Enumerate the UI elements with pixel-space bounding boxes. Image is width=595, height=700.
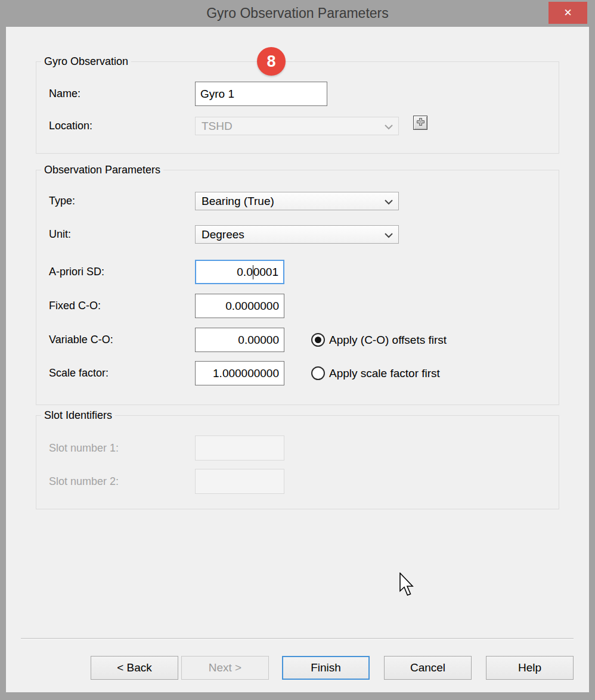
apriori-sd-input[interactable]: 0.0 0001 [195, 260, 284, 284]
dialog-body: 8 Gyro Observation Name: Location: TSHD [6, 27, 589, 692]
next-button: Next > [181, 656, 269, 680]
type-label: Type: [49, 192, 75, 210]
fixed-co-label: Fixed C-O: [49, 294, 101, 318]
location-label: Location: [49, 117, 92, 135]
variable-co-input[interactable] [195, 328, 284, 352]
slot-number-1-label: Slot number 1: [49, 435, 119, 461]
radio-apply-scale-first-label: Apply scale factor first [329, 367, 440, 380]
apriori-sd-value-before-caret: 0.0 [237, 266, 252, 279]
dialog-title: Gyro Observation Parameters [0, 0, 595, 27]
type-combobox[interactable]: Bearing (True) [195, 192, 399, 210]
name-label: Name: [49, 82, 80, 106]
step-badge: 8 [257, 47, 286, 76]
mouse-cursor [398, 573, 415, 600]
slot-number-1-input [195, 435, 284, 461]
back-button[interactable]: < Back [91, 656, 178, 680]
unit-combobox[interactable]: Degrees [195, 225, 399, 244]
chevron-down-icon [385, 195, 393, 208]
name-input[interactable] [195, 82, 327, 106]
radio-apply-co-first-label: Apply (C-O) offsets first [329, 334, 447, 347]
plus-grid-icon [417, 117, 424, 128]
add-location-button[interactable] [413, 116, 427, 130]
help-button[interactable]: Help [486, 656, 574, 680]
type-value: Bearing (True) [202, 195, 274, 208]
close-button[interactable]: ✕ [548, 2, 587, 24]
group-gyro-observation: Gyro Observation [36, 61, 559, 154]
slot-number-2-input [195, 469, 284, 494]
title-bar: Gyro Observation Parameters ✕ [0, 0, 595, 27]
apriori-sd-label: A-priori SD: [49, 260, 104, 284]
button-bar-divider [21, 638, 574, 639]
close-icon: ✕ [563, 7, 572, 19]
slot-number-2-label: Slot number 2: [49, 469, 119, 494]
unit-value: Degrees [202, 228, 244, 241]
radio-unselected-icon [311, 366, 325, 380]
apriori-sd-value-after-caret: 0001 [253, 266, 278, 279]
location-value: TSHD [202, 120, 233, 133]
unit-label: Unit: [49, 225, 71, 244]
group-slot-identifiers-title: Slot Identifiers [41, 409, 115, 422]
radio-apply-scale-first[interactable]: Apply scale factor first [311, 366, 440, 380]
fixed-co-input[interactable] [195, 294, 284, 318]
group-gyro-observation-title: Gyro Observation [41, 55, 131, 68]
chevron-down-icon [385, 228, 393, 241]
finish-button[interactable]: Finish [282, 656, 370, 680]
group-observation-parameters-title: Observation Parameters [41, 164, 163, 176]
dialog-window: Gyro Observation Parameters ✕ 8 Gyro Obs… [0, 0, 595, 700]
step-badge-number: 8 [266, 52, 275, 71]
cancel-button[interactable]: Cancel [384, 656, 472, 680]
chevron-down-icon [385, 120, 393, 133]
scale-factor-input[interactable] [195, 361, 284, 385]
radio-selected-icon [311, 333, 325, 347]
variable-co-label: Variable C-O: [49, 328, 113, 352]
radio-apply-co-first[interactable]: Apply (C-O) offsets first [311, 333, 447, 347]
group-slot-identifiers: Slot Identifiers [36, 415, 559, 509]
scale-factor-label: Scale factor: [49, 361, 109, 385]
location-combobox: TSHD [195, 117, 399, 135]
